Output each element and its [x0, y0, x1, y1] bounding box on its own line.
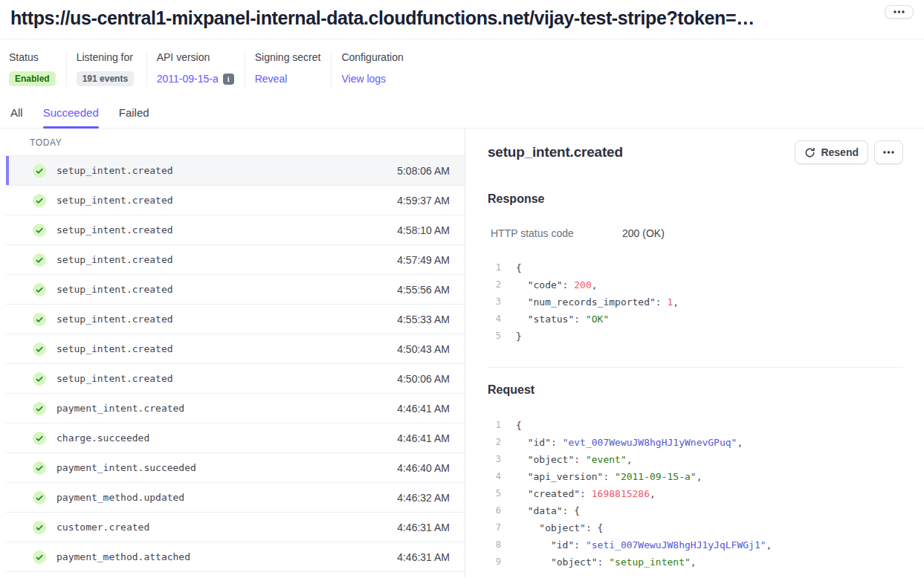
page-header: https://us-central1-mixpanel-internal-da…	[0, 0, 924, 39]
reveal-secret-link[interactable]: Reveal	[255, 73, 288, 85]
detail-overflow-button[interactable]	[874, 140, 903, 164]
event-name: payment_method.updated	[56, 492, 184, 503]
line-number: 7	[488, 519, 501, 536]
info-icon[interactable]: i	[223, 74, 234, 85]
event-list-panel: TODAY setup_intent.created5:08:06 AMsetu…	[0, 129, 465, 578]
content-area: TODAY setup_intent.created5:08:06 AMsetu…	[0, 129, 924, 578]
event-filter-tabs: All Succeeded Failed	[0, 106, 924, 129]
event-name: payment_method.attached	[56, 551, 190, 562]
meta-listening-for: Listening for 191 events	[77, 51, 147, 87]
events-count-badge[interactable]: 191 events	[77, 71, 134, 86]
tab-failed[interactable]: Failed	[119, 106, 149, 128]
api-version-link[interactable]: 2011-09-15-a	[157, 73, 219, 85]
view-logs-link[interactable]: View logs	[341, 73, 386, 85]
code-line: 8 "id": "seti_007WewuJW8hgHJ1yJqLFWGj1",	[488, 536, 903, 553]
event-name: setup_intent.created	[56, 284, 173, 295]
code-line: 1{	[488, 417, 903, 434]
event-time: 4:57:49 AM	[397, 254, 450, 266]
event-list-item[interactable]: payment_intent.succeeded4:46:40 AM	[6, 453, 465, 483]
ellipsis-icon	[894, 10, 905, 13]
line-number: 8	[488, 536, 501, 553]
event-time: 5:08:06 AM	[397, 165, 450, 177]
line-number: 3	[488, 451, 501, 468]
selected-indicator-bar	[6, 156, 9, 185]
page-title: https://us-central1-mixpanel-internal-da…	[10, 5, 755, 30]
meta-signing-secret: Signing secret Reveal	[255, 51, 332, 87]
http-status-row: HTTP status code 200 (OK)	[488, 227, 903, 239]
success-check-icon	[33, 342, 46, 356]
success-check-icon	[33, 372, 46, 386]
event-name: setup_intent.created	[56, 165, 173, 176]
event-name: charge.succeeded	[56, 432, 149, 444]
meta-api-version: API version 2011-09-15-a i	[157, 51, 245, 87]
event-time: 4:46:32 AM	[397, 492, 450, 504]
event-time: 4:55:33 AM	[397, 314, 450, 325]
code-line: 3 "num_records_imported": 1,	[488, 293, 903, 311]
code-line: 1{	[488, 259, 903, 276]
event-list-item[interactable]: payment_intent.created4:46:41 AM	[6, 394, 465, 423]
resend-button[interactable]: Resend	[795, 140, 868, 164]
event-name: setup_intent.created	[56, 314, 173, 325]
code-line: 4 "api_version": "2011-09-15-a",	[488, 468, 903, 485]
event-time: 4:55:56 AM	[397, 284, 450, 296]
event-time: 4:50:43 AM	[397, 343, 450, 355]
event-time: 4:46:31 AM	[397, 551, 450, 563]
event-rows: setup_intent.created5:08:06 AMsetup_inte…	[0, 156, 465, 572]
http-status-label: HTTP status code	[491, 227, 622, 239]
success-check-icon	[33, 461, 46, 475]
event-time: 4:59:37 AM	[397, 195, 450, 207]
event-time: 4:46:40 AM	[397, 462, 450, 474]
event-list-item[interactable]: setup_intent.created4:55:33 AM	[6, 305, 465, 334]
success-check-icon	[33, 283, 46, 296]
api-version-label: API version	[157, 51, 234, 63]
event-list-item[interactable]: charge.succeeded4:46:41 AM	[6, 423, 465, 453]
code-line: 2 "code": 200,	[488, 276, 903, 293]
line-number: 3	[488, 293, 501, 311]
event-time: 4:46:31 AM	[397, 522, 450, 533]
response-code-block: 1{2 "code": 200,3 "num_records_imported"…	[488, 259, 903, 345]
event-name: customer.created	[56, 522, 149, 533]
event-name: payment_intent.succeeded	[56, 462, 196, 473]
tab-all[interactable]: All	[10, 106, 23, 128]
configuration-label: Configuration	[341, 51, 403, 63]
event-list-item[interactable]: payment_method.updated4:46:32 AM	[6, 483, 465, 513]
line-number: 6	[488, 502, 501, 519]
event-list-item[interactable]: setup_intent.created4:57:49 AM	[6, 245, 465, 275]
success-check-icon	[33, 432, 46, 445]
success-check-icon	[33, 253, 46, 267]
tab-succeeded[interactable]: Succeeded	[43, 106, 99, 128]
line-number: 9	[488, 553, 501, 571]
signing-secret-label: Signing secret	[255, 51, 321, 63]
event-list-item[interactable]: setup_intent.created4:59:37 AM	[6, 186, 465, 215]
request-section-heading: Request	[488, 383, 903, 397]
resend-button-label: Resend	[821, 146, 859, 159]
code-line: 5}	[488, 328, 903, 345]
response-section-heading: Response	[488, 192, 903, 206]
meta-configuration: Configuration View logs	[341, 51, 413, 87]
line-number: 2	[488, 276, 501, 293]
ellipsis-icon	[883, 151, 894, 154]
header-overflow-button[interactable]	[885, 5, 914, 19]
listening-for-label: Listening for	[77, 51, 136, 63]
code-line: 4 "status": "OK"	[488, 311, 903, 328]
line-number: 5	[488, 328, 501, 345]
event-name: payment_intent.created	[56, 403, 184, 414]
event-list-item[interactable]: setup_intent.created5:08:06 AM	[6, 156, 465, 186]
line-number: 5	[488, 485, 501, 502]
event-name: setup_intent.created	[56, 254, 173, 265]
code-line: 7 "object": {	[488, 519, 903, 536]
success-check-icon	[33, 164, 46, 178]
success-check-icon	[33, 491, 46, 504]
event-list-item[interactable]: customer.created4:46:31 AM	[6, 513, 465, 542]
code-line: 2 "id": "evt_007WewuJW8hgHJ1yWnevGPuq",	[488, 434, 903, 451]
event-list-item[interactable]: setup_intent.created4:58:10 AM	[6, 215, 465, 245]
event-detail-title: setup_intent.created	[488, 144, 623, 160]
code-line: 3 "object": "event",	[488, 451, 903, 468]
success-check-icon	[33, 551, 46, 564]
event-list-item[interactable]: setup_intent.created4:50:06 AM	[6, 364, 465, 394]
event-list-item[interactable]: setup_intent.created4:55:56 AM	[6, 275, 465, 305]
event-list-item[interactable]: setup_intent.created4:50:43 AM	[6, 334, 465, 364]
event-list-item[interactable]: payment_method.attached4:46:31 AM	[6, 542, 465, 572]
success-check-icon	[33, 313, 46, 326]
event-name: setup_intent.created	[56, 343, 173, 354]
